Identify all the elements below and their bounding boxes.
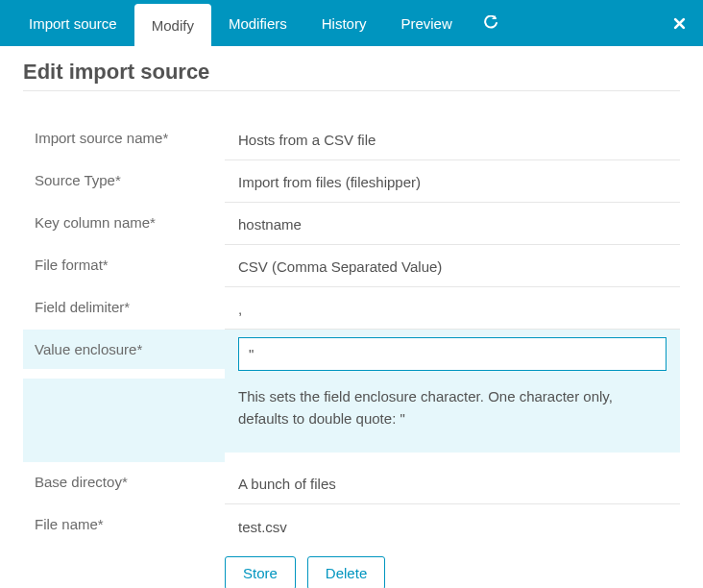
form: Import source name* Source Type* Key col… (23, 118, 680, 588)
row-file-format: File format* (23, 245, 680, 287)
input-file-format[interactable] (238, 258, 667, 275)
label-field-delimiter: Field delimiter* (23, 287, 225, 327)
input-base-directory[interactable] (238, 476, 667, 492)
refresh-icon[interactable] (470, 0, 512, 46)
row-base-directory: Base directoy* (23, 462, 680, 504)
tab-import-source[interactable]: Import source (12, 0, 134, 46)
input-field-delimiter[interactable] (238, 301, 667, 317)
label-value-enclosure: Value enclosure* (23, 330, 225, 369)
label-file-name: File name* (23, 504, 225, 544)
tab-bar: Import source Modify Modifiers History P… (0, 0, 703, 46)
tab-history[interactable]: History (304, 0, 384, 46)
tab-preview[interactable]: Preview (383, 0, 469, 46)
label-key-column-name: Key column name* (23, 203, 225, 242)
tab-modifiers[interactable]: Modifiers (211, 0, 304, 46)
label-source-type: Source Type* (23, 160, 225, 200)
input-import-source-name[interactable] (238, 132, 667, 148)
page-title: Edit import source (23, 60, 680, 91)
help-row-value-enclosure: This sets the field enclosure character.… (23, 379, 680, 462)
row-key-column-name: Key column name* (23, 203, 680, 245)
close-icon[interactable] (673, 0, 686, 46)
input-value-enclosure[interactable] (238, 337, 667, 371)
label-import-source-name: Import source name* (23, 118, 225, 158)
row-file-name: File name* (23, 504, 680, 547)
input-source-type[interactable] (238, 174, 667, 190)
help-value-enclosure: This sets the field enclosure character.… (225, 379, 680, 453)
store-button[interactable]: Store (225, 556, 296, 588)
row-value-enclosure: Value enclosure* (23, 330, 680, 379)
label-base-directory: Base directoy* (23, 462, 225, 502)
row-import-source-name: Import source name* (23, 118, 680, 160)
input-key-column-name[interactable] (238, 216, 667, 233)
input-file-name[interactable] (238, 519, 667, 535)
label-file-format: File format* (23, 245, 225, 284)
row-field-delimiter: Field delimiter* (23, 287, 680, 330)
delete-button[interactable]: Delete (307, 556, 385, 588)
row-source-type: Source Type* (23, 160, 680, 203)
tab-modify[interactable]: Modify (134, 4, 211, 46)
